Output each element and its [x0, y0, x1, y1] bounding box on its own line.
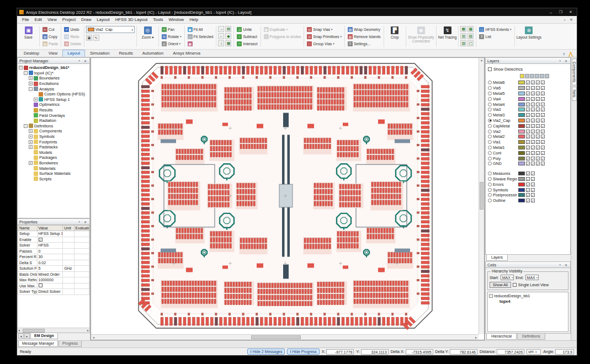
property-value[interactable]: 5 [37, 266, 63, 272]
mdi-minimize-button[interactable]: – [561, 18, 568, 22]
tree-item-reduceddesign-bb1[interactable]: −reducedDesign_bb1* [19, 65, 89, 71]
layer-checkbox[interactable]: ✓ [526, 113, 530, 117]
undo-button[interactable]: ↶Undo [63, 26, 82, 33]
help-icon[interactable]: ? [561, 52, 567, 57]
stamp-icon[interactable]: ▣ [86, 35, 92, 41]
scrollbar-thumb[interactable] [23, 329, 45, 333]
layer-radio[interactable] [488, 92, 492, 95]
tree-item-radiation[interactable]: Radiation [19, 118, 89, 124]
layer-checkbox[interactable]: ✓ [526, 172, 530, 175]
layer-checkbox[interactable]: ✓ [541, 81, 545, 84]
mdi-close-button[interactable]: ✕ [568, 18, 575, 22]
layer-checkbox[interactable]: ✓ [531, 183, 535, 186]
menu-help[interactable]: Help [187, 17, 201, 23]
pin-icon[interactable]: ▪ [557, 59, 562, 62]
tree-item-boundaries[interactable]: +Boundaries [19, 76, 89, 81]
layer-radio[interactable] [488, 183, 492, 186]
layer-checkbox[interactable]: ✓ [531, 124, 535, 128]
layer-checkbox[interactable]: ✓ [541, 97, 545, 101]
grid-icon[interactable]: ▦ [225, 40, 231, 46]
menu-file[interactable]: File [19, 17, 32, 23]
layer-checkbox[interactable]: ✓ [531, 140, 535, 144]
snap-primitives-button[interactable]: ⊙Snap Primitives▾ [306, 33, 343, 40]
layer-checkbox[interactable]: ✓ [531, 81, 535, 84]
tree-item-padstacks[interactable]: +Padstacks [19, 144, 89, 150]
layer-radio[interactable] [488, 108, 492, 111]
layer-checkbox[interactable]: ✓ [541, 162, 545, 165]
ribbon-tab-results[interactable]: Results [114, 50, 137, 57]
layer-radio[interactable] [488, 157, 492, 160]
fit-all-button[interactable]: ▣Fit All [187, 26, 215, 33]
menu-edit[interactable]: Edit [32, 17, 45, 23]
unite-button[interactable]: ∪Unite [236, 26, 258, 33]
layer-radio[interactable] [488, 188, 492, 192]
property-value[interactable]: HFSS [37, 243, 63, 249]
layer-checkbox[interactable]: ✓ [531, 103, 535, 106]
intersect-button[interactable]: ∩Intersect [236, 40, 258, 47]
layer-checkbox[interactable]: ✓ [526, 119, 530, 122]
tab-message-manager[interactable]: Message Manager [18, 341, 58, 347]
layer-checkbox[interactable]: ✓ [526, 124, 530, 128]
end-select[interactable]: MAX ▾ [525, 275, 539, 280]
layer-checkbox[interactable]: ✓ [531, 135, 535, 138]
layer-checkbox[interactable]: ✓ [526, 130, 530, 133]
layer-checkbox[interactable]: ✓ [536, 108, 540, 111]
show-dielectrics-checkbox[interactable] [488, 67, 492, 71]
scroll-left-icon[interactable]: ◄ [91, 336, 96, 339]
tree-item-bondwires[interactable]: +Bondwires [19, 160, 89, 166]
tree-expander[interactable]: − [489, 294, 493, 298]
layer-checkbox[interactable]: ✓ [526, 199, 530, 202]
layer-checkbox[interactable]: ✓ [526, 188, 530, 192]
tab-definitions[interactable]: Definitions [517, 334, 545, 340]
tree-expander[interactable]: + [29, 135, 33, 138]
layer-checkbox[interactable]: ✓ [531, 188, 535, 192]
layer-checkbox[interactable]: ✓ [526, 97, 530, 101]
layer-checkbox[interactable]: ✓ [526, 108, 530, 111]
ribbon-tab-view[interactable]: View [44, 50, 62, 57]
layer-checkbox[interactable]: ✓ [531, 130, 535, 133]
tree-expander[interactable]: + [34, 98, 38, 101]
hide-messages-button[interactable]: i Hide 2 Messages [247, 349, 285, 355]
layer-checkbox[interactable]: ✓ [526, 135, 530, 138]
layer-checkbox[interactable]: ✓ [541, 124, 545, 128]
arrow-right-icon[interactable]: → [218, 26, 224, 32]
grid-c-icon[interactable]: ▥ [460, 33, 466, 39]
tree-expander[interactable]: − [29, 87, 33, 91]
close-button[interactable]: ✕ [567, 10, 575, 14]
layer-radio[interactable] [488, 81, 492, 84]
tree-item-footprints[interactable]: +Footprints [19, 139, 89, 144]
ribbon-tab-automation[interactable]: Automation [138, 50, 168, 57]
grid-b-icon[interactable]: ▩ [467, 26, 474, 32]
layer-checkbox[interactable]: ✓ [531, 193, 535, 197]
orient-button[interactable]: ∠Orient▾ [161, 40, 183, 47]
layer-checkbox[interactable]: ✓ [536, 113, 540, 117]
property-checkbox[interactable]: ✓ [39, 238, 42, 242]
layer-checkbox[interactable]: ✓ [541, 119, 545, 122]
layout-settings-button[interactable]: ⊛Layout Settings [517, 25, 541, 48]
layer-radio[interactable] [488, 113, 492, 117]
tree-expander[interactable]: + [29, 76, 33, 80]
layer-checkbox[interactable]: ✓ [536, 81, 540, 84]
layer-checkbox[interactable]: ✓ [526, 140, 530, 144]
layer-checkbox[interactable]: ✓ [531, 86, 535, 90]
tree-item-models[interactable]: Models [19, 150, 89, 156]
close-icon[interactable]: ✕ [83, 220, 88, 224]
start-select[interactable]: MAX ▾ [501, 275, 514, 280]
tree-item-topx4-ic[interactable]: −topx4 (IC)* [19, 71, 89, 76]
layer-checkbox[interactable]: ✓ [541, 108, 545, 111]
layer-checkbox[interactable]: ✓ [531, 97, 535, 101]
menu-tools[interactable]: Tools [150, 17, 166, 23]
tab-hierarchical[interactable]: Hierarchical [486, 334, 517, 340]
layer-checkbox[interactable]: ✓ [531, 199, 535, 202]
settings-button[interactable]: ≡Settings... [347, 40, 382, 47]
layer-checkbox[interactable]: ✓ [526, 193, 530, 197]
layer-checkbox[interactable]: ✓ [526, 81, 530, 84]
hfss-extents-button[interactable]: ▢HFSS Extents▾ [478, 26, 512, 33]
layer-checkbox[interactable]: ✓ [541, 103, 545, 106]
property-value[interactable]: 0 [37, 248, 63, 254]
tree-expander[interactable]: + [29, 129, 33, 133]
scroll-left-icon[interactable]: ◄ [18, 329, 20, 332]
pin-icon[interactable]: ▪ [77, 220, 82, 223]
fit-selected-button[interactable]: ◫Fit Selected [187, 33, 215, 40]
grid-d-icon[interactable]: ▧ [467, 33, 474, 39]
